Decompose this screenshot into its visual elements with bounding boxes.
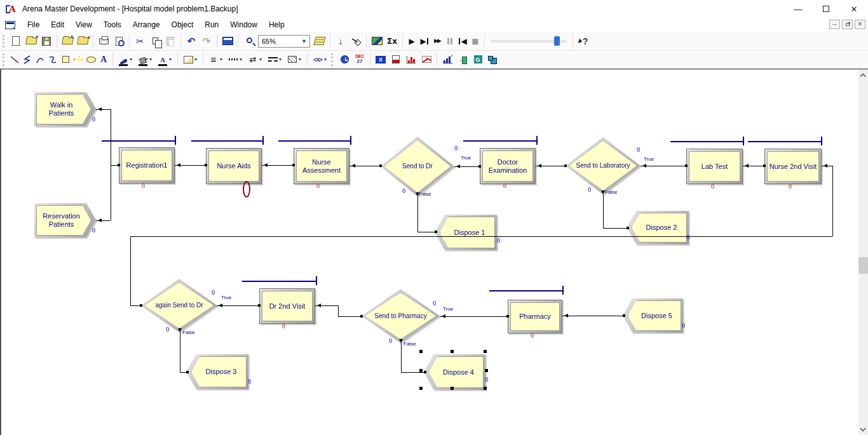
run-step-button[interactable]: ▶: [418, 34, 431, 49]
line-pattern-button[interactable]: [265, 52, 280, 67]
connector-7[interactable]: [641, 166, 686, 166]
window-maximize-button[interactable]: [812, 0, 840, 18]
selection-handle[interactable]: [419, 350, 423, 353]
print-preview-button[interactable]: [111, 34, 126, 49]
draw-line-button[interactable]: [8, 52, 21, 67]
connect-button[interactable]: [348, 34, 363, 49]
selection-handle[interactable]: [484, 387, 487, 390]
mdi-minimize-button[interactable]: ─: [829, 20, 840, 29]
process-module-nurse-assessment[interactable]: Nurse Assessment: [294, 148, 349, 184]
show-dimensions-button[interactable]: <X>: [310, 52, 325, 67]
scroll-up-arrow-icon[interactable]: [860, 73, 865, 79]
connector-16[interactable]: [562, 316, 623, 316]
animate-picture-button[interactable]: [369, 34, 384, 49]
zoom-level-select[interactable]: 65%▼: [258, 35, 310, 48]
template-detach-button[interactable]: x: [75, 34, 90, 49]
menu-arrange[interactable]: Arrange: [127, 19, 166, 30]
animate-route-button[interactable]: [455, 52, 470, 67]
run-fast-forward-button[interactable]: ▶▶: [431, 34, 444, 49]
animate-level-button[interactable]: [388, 52, 403, 67]
open-button[interactable]: ↗: [24, 34, 39, 49]
paste-button[interactable]: [163, 34, 178, 49]
connector-17[interactable]: [401, 372, 425, 373]
scrollbar-thumb[interactable]: [858, 257, 868, 274]
selection-handle[interactable]: [451, 350, 454, 353]
dispose-module-dispose-2[interactable]: Dispose 2: [627, 211, 689, 244]
animate-plot-button[interactable]: [419, 52, 434, 67]
run-start-over-button[interactable]: ◀: [456, 34, 469, 49]
draw-polyline-button[interactable]: [21, 52, 34, 67]
create-module-walk-in-patients[interactable]: Walk in Patients: [34, 92, 96, 126]
run-speed-slider[interactable]: [491, 34, 566, 48]
connector-15[interactable]: [440, 316, 508, 317]
window-background-color-button[interactable]: [180, 52, 196, 67]
text-color-button[interactable]: A: [155, 52, 170, 67]
menu-edit[interactable]: Edit: [45, 19, 70, 30]
expression-builder-button[interactable]: Σx: [384, 34, 400, 49]
selection-handle[interactable]: [484, 350, 487, 353]
menu-view[interactable]: View: [70, 19, 98, 30]
create-module-reservation-patients[interactable]: Reservation Patients: [34, 203, 96, 238]
connector-12[interactable]: [217, 305, 259, 306]
window-minimize-button[interactable]: —: [784, 0, 812, 18]
queue-line-5[interactable]: [748, 141, 822, 142]
connector-17[interactable]: [401, 343, 402, 372]
dispose-module-dispose-4[interactable]: Dispose 4: [424, 354, 485, 390]
cut-button[interactable]: ✂: [132, 34, 147, 49]
draw-box-button[interactable]: [59, 52, 72, 67]
toolbars-window-button[interactable]: [220, 34, 235, 49]
decide-module-send-to-dr[interactable]: Send to Dr: [381, 137, 454, 196]
decide-module-again-send-to-dr[interactable]: again Send to Dr: [141, 279, 217, 332]
process-module-dr-2nd-visit[interactable]: Dr 2nd Visit: [259, 288, 315, 324]
draw-text-button[interactable]: A: [97, 52, 110, 67]
line-color-button[interactable]: [116, 52, 131, 67]
dispose-module-dispose-1[interactable]: Dispose 1: [435, 215, 497, 250]
menu-file[interactable]: File: [22, 19, 45, 30]
mdi-restore-button[interactable]: [842, 20, 853, 29]
process-module-registration1[interactable]: Registration1: [119, 147, 175, 184]
line-style-button[interactable]: [226, 52, 241, 67]
connector-9[interactable]: [130, 236, 832, 237]
connector-10[interactable]: [417, 196, 418, 232]
animate-statistic-button[interactable]: [440, 52, 455, 67]
process-module-lab-test[interactable]: Lab Test: [686, 149, 743, 184]
scroll-down-arrow-icon[interactable]: [860, 425, 865, 431]
menu-object[interactable]: Object: [166, 19, 200, 30]
print-button[interactable]: [96, 34, 111, 49]
line-width-button[interactable]: ≡: [206, 52, 221, 67]
zoom-button[interactable]: [241, 34, 256, 49]
decide-module-send-to-pharmacy[interactable]: Send to Pharmacy: [362, 289, 440, 343]
menu-tools[interactable]: Tools: [98, 19, 127, 30]
selection-handle[interactable]: [419, 369, 423, 372]
queue-line-4[interactable]: [670, 141, 743, 142]
toolbar-grip[interactable]: [331, 53, 334, 66]
run-pause-button[interactable]: [444, 34, 456, 49]
dispose-module-dispose-3[interactable]: Dispose 3: [186, 354, 248, 389]
queue-line-0[interactable]: [102, 140, 175, 142]
draw-ellipse-button[interactable]: [85, 52, 97, 67]
process-module-nurse-aids[interactable]: Nurse Aids: [206, 148, 262, 184]
document-icon[interactable]: [5, 21, 15, 29]
run-go-button[interactable]: ▶: [405, 34, 418, 49]
connector-11[interactable]: [603, 228, 628, 229]
menu-run[interactable]: Run: [199, 19, 224, 30]
connector-9[interactable]: [832, 166, 833, 236]
menu-help[interactable]: Help: [263, 19, 290, 30]
queue-line-6[interactable]: [242, 281, 316, 282]
layers-button[interactable]: [312, 34, 327, 49]
menu-window[interactable]: Window: [224, 19, 263, 30]
connector-9[interactable]: [130, 236, 131, 305]
fill-pattern-button[interactable]: [285, 52, 300, 67]
decide-module-send-to-laboratory[interactable]: Send to Laboratory: [566, 137, 641, 194]
selection-handle[interactable]: [485, 369, 488, 372]
animate-clock-button[interactable]: [337, 52, 352, 67]
arrow-style-button[interactable]: ⇄: [245, 52, 261, 67]
queue-line-3[interactable]: [463, 140, 537, 142]
template-attach-button[interactable]: ↖: [60, 34, 75, 49]
copy-button[interactable]: [147, 34, 163, 49]
flowchart-canvas[interactable]: Walk in PatientsReservation PatientsRegi…: [0, 69, 868, 435]
connector-14[interactable]: [180, 332, 180, 372]
draw-polygon-button[interactable]: [72, 52, 85, 67]
process-module-pharmacy[interactable]: Pharmacy: [508, 300, 562, 333]
submodel-down-button[interactable]: ↓: [333, 34, 348, 49]
